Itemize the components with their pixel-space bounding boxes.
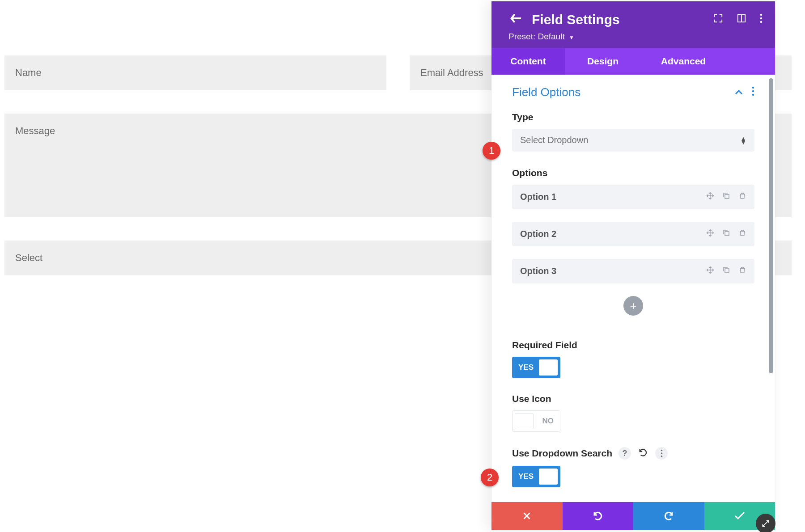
section-kebab-icon[interactable] <box>752 86 754 99</box>
svg-point-7 <box>752 93 754 95</box>
setting-kebab-icon[interactable] <box>655 447 668 460</box>
options-label: Options <box>512 168 754 178</box>
tab-content[interactable]: Content <box>491 48 565 75</box>
panel-body: Field Options Type Select Dropdown ▲▼ Op… <box>491 75 775 502</box>
svg-point-6 <box>752 90 754 92</box>
toggle-knob <box>515 413 534 429</box>
option-label: Option 1 <box>520 192 706 202</box>
preset-label: Preset: Default <box>508 32 565 41</box>
type-select[interactable]: Select Dropdown ▲▼ <box>512 129 754 152</box>
svg-rect-10 <box>725 269 729 273</box>
svg-point-11 <box>661 450 662 452</box>
use-dropdown-search-label: Use Dropdown Search <box>512 448 612 459</box>
use-dropdown-search-toggle[interactable]: YES <box>512 466 560 487</box>
panel-title: Field Settings <box>532 12 713 27</box>
callout-2: 2 <box>481 469 499 486</box>
settings-panel: Field Settings Preset: Default ▼ Content… <box>491 1 775 530</box>
toggle-knob <box>539 469 558 485</box>
duplicate-icon[interactable] <box>722 266 730 276</box>
duplicate-icon[interactable] <box>722 229 730 239</box>
resize-handle[interactable] <box>756 514 775 532</box>
svg-point-3 <box>760 17 762 19</box>
tab-advanced[interactable]: Advanced <box>641 48 726 75</box>
cancel-button[interactable] <box>491 502 563 530</box>
trash-icon[interactable] <box>738 266 746 276</box>
svg-point-5 <box>752 86 754 88</box>
move-icon[interactable] <box>706 192 714 202</box>
reset-icon[interactable] <box>638 448 648 459</box>
help-icon[interactable]: ? <box>619 447 631 460</box>
svg-rect-9 <box>725 232 729 236</box>
required-field-label: Required Field <box>512 340 754 350</box>
preset-selector[interactable]: Preset: Default ▼ <box>508 32 763 42</box>
tab-design[interactable]: Design <box>565 48 641 75</box>
use-icon-toggle[interactable]: NO <box>512 410 560 432</box>
use-icon-label: Use Icon <box>512 393 754 404</box>
expand-icon[interactable] <box>713 13 723 26</box>
panel-tabs: Content Design Advanced <box>491 48 775 75</box>
undo-button[interactable] <box>563 502 634 530</box>
back-icon[interactable] <box>508 13 522 27</box>
name-field[interactable]: Name <box>4 55 386 90</box>
option-row[interactable]: Option 1 <box>512 185 754 209</box>
redo-button[interactable] <box>633 502 704 530</box>
chevron-up-icon[interactable] <box>735 88 743 97</box>
toggle-value: YES <box>518 363 534 372</box>
kebab-icon[interactable] <box>760 13 763 26</box>
toggle-value: NO <box>542 417 554 426</box>
required-field-toggle[interactable]: YES <box>512 357 560 378</box>
svg-rect-8 <box>725 194 729 198</box>
svg-point-13 <box>661 456 662 457</box>
scrollbar[interactable] <box>769 78 773 373</box>
svg-point-4 <box>760 21 762 23</box>
option-label: Option 2 <box>520 229 706 239</box>
columns-icon[interactable] <box>737 13 746 26</box>
type-select-value: Select Dropdown <box>520 135 588 145</box>
svg-point-12 <box>661 452 662 454</box>
move-icon[interactable] <box>706 229 714 239</box>
section-title: Field Options <box>512 85 580 99</box>
sort-icon: ▲▼ <box>740 137 746 144</box>
option-row[interactable]: Option 2 <box>512 222 754 246</box>
section-header[interactable]: Field Options <box>512 85 754 99</box>
panel-header: Field Settings Preset: Default ▼ <box>491 1 775 48</box>
chevron-down-icon: ▼ <box>569 34 574 41</box>
svg-point-2 <box>760 14 762 16</box>
callout-1: 1 <box>483 142 500 160</box>
option-row[interactable]: Option 3 <box>512 259 754 283</box>
trash-icon[interactable] <box>738 229 746 239</box>
move-icon[interactable] <box>706 266 714 276</box>
toggle-value: YES <box>518 472 534 481</box>
duplicate-icon[interactable] <box>722 192 730 202</box>
option-label: Option 3 <box>520 266 706 276</box>
trash-icon[interactable] <box>738 192 746 202</box>
panel-footer <box>491 502 775 530</box>
type-label: Type <box>512 112 754 122</box>
add-option-button[interactable]: + <box>623 296 643 316</box>
toggle-knob <box>539 359 558 376</box>
